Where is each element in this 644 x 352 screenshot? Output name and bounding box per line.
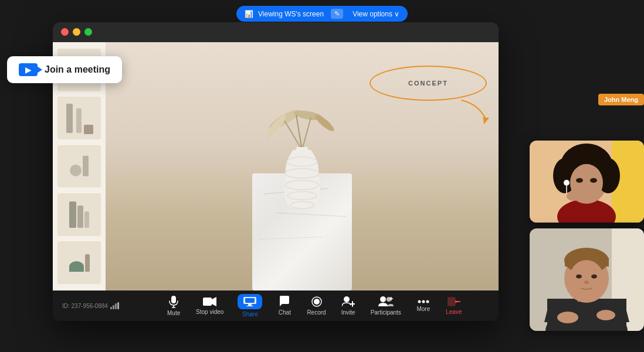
mute-button[interactable]: Mute — [160, 293, 188, 319]
participant-2-video — [530, 228, 644, 331]
invite-button[interactable]: Invite — [334, 293, 362, 318]
svg-rect-14 — [171, 296, 176, 303]
svg-line-5 — [302, 118, 311, 150]
window-chrome — [61, 28, 92, 36]
edit-button[interactable]: ✎ — [331, 9, 343, 19]
chat-button[interactable]: Chat — [270, 293, 299, 318]
minimize-button[interactable] — [73, 28, 80, 36]
shelf-3 — [57, 145, 101, 188]
toolbar-buttons-group: Mute Stop video — [138, 292, 489, 320]
chat-icon — [279, 296, 290, 307]
close-button[interactable] — [61, 28, 69, 36]
svg-point-23 — [314, 299, 320, 305]
join-meeting-label: Join a meeting — [45, 64, 110, 75]
share-button[interactable]: Share — [232, 292, 268, 320]
participant-video-2 — [530, 228, 644, 331]
svg-point-58 — [569, 260, 604, 300]
john-meng-badge: John Meng — [598, 94, 644, 105]
video-camera-icon: ▶ — [19, 63, 38, 76]
participants-icon — [378, 296, 394, 307]
invite-icon — [342, 296, 355, 307]
more-button[interactable]: More — [409, 297, 438, 315]
participant-video-1 — [530, 141, 644, 223]
maximize-button[interactable] — [84, 28, 92, 36]
svg-point-63 — [596, 310, 615, 320]
svg-rect-21 — [246, 306, 253, 306]
svg-rect-17 — [203, 298, 212, 306]
record-icon — [311, 296, 323, 307]
svg-point-24 — [344, 296, 350, 302]
signal-strength-icon — [110, 302, 119, 309]
svg-point-31 — [418, 300, 421, 303]
view-options-button[interactable]: View options ∨ — [352, 10, 399, 18]
top-bar: 📊 Viewing WS's screen ✎ View options ∨ — [236, 6, 408, 22]
svg-point-33 — [426, 300, 429, 303]
viewing-text: Viewing WS's screen — [258, 10, 324, 18]
leave-button[interactable]: Leave — [440, 294, 468, 317]
svg-rect-20 — [248, 304, 252, 306]
leave-icon — [448, 296, 460, 307]
svg-point-32 — [422, 300, 425, 303]
svg-point-45 — [576, 178, 583, 183]
join-meeting-button[interactable]: ▶ Join a meeting — [7, 56, 122, 83]
svg-rect-7 — [296, 147, 308, 153]
svg-point-47 — [564, 180, 570, 186]
svg-point-59 — [576, 275, 582, 279]
meeting-toolbar: ID: 237-956-0884 Mute — [53, 291, 499, 321]
shelf-5 — [57, 241, 101, 284]
meeting-id-display: ID: 237-956-0884 — [62, 302, 138, 309]
record-button[interactable]: Record — [301, 293, 331, 318]
share-screen-icon — [238, 294, 262, 309]
svg-point-49 — [567, 192, 581, 201]
shelf-2 — [57, 97, 101, 139]
video-camera-icon — [203, 296, 217, 307]
svg-point-62 — [557, 312, 578, 323]
concept-text: CONCEPT — [408, 80, 448, 87]
svg-point-60 — [591, 275, 597, 279]
mic-icon — [168, 295, 179, 308]
svg-point-3 — [313, 113, 335, 134]
svg-point-28 — [387, 297, 391, 302]
svg-point-46 — [590, 178, 597, 183]
stop-video-button[interactable]: Stop video — [190, 294, 229, 317]
concept-arrow-icon — [457, 94, 493, 129]
svg-rect-19 — [245, 298, 255, 303]
participants-button[interactable]: Participants — [365, 293, 407, 318]
participant-1-video — [530, 141, 644, 223]
svg-point-61 — [584, 281, 589, 284]
vase-svg — [267, 103, 337, 238]
more-dots-icon — [418, 299, 429, 304]
screen-share-icon: 📊 — [245, 10, 253, 18]
svg-rect-34 — [448, 298, 455, 306]
svg-marker-13 — [483, 117, 490, 125]
shelf-4 — [57, 193, 101, 236]
svg-point-27 — [380, 296, 386, 302]
